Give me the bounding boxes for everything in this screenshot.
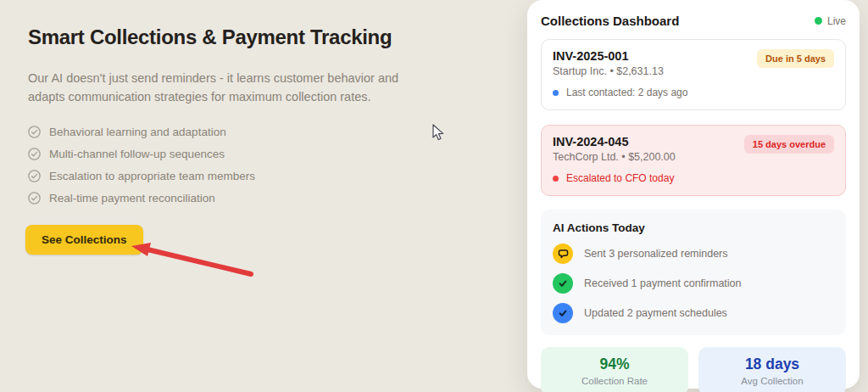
feature-label: Escalation to appropriate team members [49,170,255,182]
feature-item: Escalation to appropriate team members [28,170,426,182]
overdue-badge: 15 days overdue [744,135,834,154]
check-circle-icon [28,126,41,138]
invoice-top-row: INV-2025-001 Startup Inc. • $2,631.13 Du… [553,49,834,77]
see-collections-button[interactable]: See Collections [25,225,143,255]
dashboard-header: Collections Dashboard Live [541,14,846,28]
invoice-card[interactable]: INV-2024-045 TechCorp Ltd. • $5,200.00 1… [541,125,846,196]
check-icon [553,273,573,294]
mouse-cursor [432,124,446,143]
stat-label: Collection Rate [548,376,682,386]
check-circle-icon [28,192,41,204]
check-icon [553,303,573,323]
page-title: Smart Collections & Payment Tracking [28,25,426,49]
avg-collection-stat: 18 days Avg Collection [698,347,846,392]
feature-item: Behavioral learning and adaptation [28,126,426,138]
stat-label: Avg Collection [705,376,839,386]
hero-section: Smart Collections & Payment Tracking Our… [28,25,426,255]
live-status: Live [815,15,846,27]
feature-item: Real-time payment reconciliation [28,192,426,204]
invoice-id: INV-2025-001 [553,49,664,63]
invoice-status-row: Last contacted: 2 days ago [553,87,834,98]
feature-label: Multi-channel follow-up sequences [49,148,225,160]
invoice-status-row: Escalated to CFO today [553,172,834,184]
ai-actions-card: AI Actions Today Sent 3 personalized rem… [541,210,846,335]
chat-bubble-icon [553,244,573,264]
invoice-top-row: INV-2024-045 TechCorp Ltd. • $5,200.00 1… [553,135,834,163]
feature-label: Real-time payment reconciliation [49,192,215,204]
check-circle-icon [28,148,41,160]
live-label: Live [827,15,846,27]
ai-action-row: Sent 3 personalized reminders [553,244,834,264]
status-dot-icon [553,176,559,182]
live-dot-icon [815,17,822,25]
feature-list: Behavioral learning and adaptation Multi… [28,126,426,204]
ai-action-label: Updated 2 payment schedules [584,307,727,319]
dashboard-title: Collections Dashboard [541,14,679,28]
ai-action-label: Sent 3 personalized reminders [584,248,728,260]
status-dot-icon [553,90,559,96]
check-circle-icon [28,170,41,182]
invoice-status-note: Escalated to CFO today [566,172,674,184]
invoice-card[interactable]: INV-2025-001 Startup Inc. • $2,631.13 Du… [541,39,846,110]
invoice-status-note: Last contacted: 2 days ago [566,87,687,98]
stats-row: 94% Collection Rate 18 days Avg Collecti… [541,347,846,392]
feature-item: Multi-channel follow-up sequences [28,148,426,160]
ai-action-row: Received 1 payment confirmation [553,273,834,294]
hero-description: Our AI doesn't just send reminders - it … [28,69,411,107]
ai-actions-title: AI Actions Today [553,221,834,234]
stat-value: 94% [548,356,682,373]
due-badge: Due in 5 days [757,49,834,68]
collections-dashboard-panel: Collections Dashboard Live INV-2025-001 … [527,0,860,389]
feature-label: Behavioral learning and adaptation [49,126,226,138]
ai-action-label: Received 1 payment confirmation [584,277,742,289]
collection-rate-stat: 94% Collection Rate [541,347,688,392]
invoice-subtitle: TechCorp Ltd. • $5,200.00 [553,151,676,163]
invoice-id: INV-2024-045 [553,135,676,148]
ai-action-row: Updated 2 payment schedules [553,303,834,323]
stat-value: 18 days [705,356,839,373]
invoice-subtitle: Startup Inc. • $2,631.13 [553,65,664,77]
